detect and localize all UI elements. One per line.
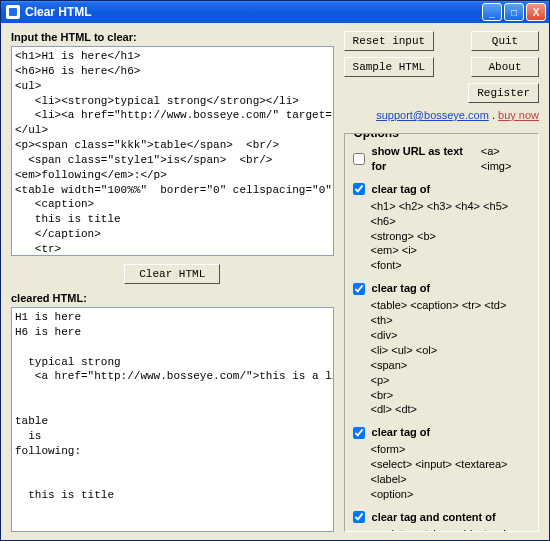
window-title: Clear HTML: [25, 5, 482, 19]
buy-now-link[interactable]: buy now: [498, 109, 539, 121]
minimize-button[interactable]: _: [482, 3, 502, 21]
app-icon: [6, 5, 20, 19]
checkbox-clear-form[interactable]: [353, 427, 365, 439]
clear-button-row: Clear HTML: [11, 256, 334, 292]
button-row-1: Reset input Quit: [344, 31, 539, 51]
opt-clear-script: clear tag and content of <script> <style…: [353, 510, 530, 532]
support-row: support@bosseye.com . buy now: [344, 109, 539, 121]
about-button[interactable]: About: [471, 57, 539, 77]
input-html-textarea[interactable]: [11, 46, 334, 256]
checkbox-clear-table[interactable]: [353, 283, 365, 295]
support-link[interactable]: support@bosseye.com: [376, 109, 489, 121]
sample-html-button[interactable]: Sample HTML: [344, 57, 435, 77]
app-window: Clear HTML _ □ X Input the HTML to clear…: [0, 0, 550, 541]
opt-clear-headings: clear tag of <h1> <h2> <h3> <h4> <h5> <h…: [353, 182, 530, 273]
opt-clear-table: clear tag of <table> <caption> <tr> <td>…: [353, 281, 530, 417]
input-label: Input the HTML to clear:: [11, 31, 334, 43]
register-button[interactable]: Register: [468, 83, 539, 103]
client-area: Input the HTML to clear: Clear HTML clea…: [1, 23, 549, 540]
output-label: cleared HTML:: [11, 292, 334, 304]
checkbox-clear-headings[interactable]: [353, 183, 365, 195]
close-button[interactable]: X: [526, 3, 546, 21]
opt-show-url: show URL as text for <a> <img>: [353, 144, 530, 174]
left-panel: Input the HTML to clear: Clear HTML clea…: [11, 31, 334, 532]
checkbox-clear-script[interactable]: [353, 511, 365, 523]
window-buttons: _ □ X: [482, 3, 546, 21]
titlebar: Clear HTML _ □ X: [1, 1, 549, 23]
checkbox-show-url[interactable]: [353, 153, 365, 165]
clear-html-button[interactable]: Clear HTML: [124, 264, 220, 284]
opt-clear-form: clear tag of <form> <select> <input> <te…: [353, 425, 530, 502]
reset-input-button[interactable]: Reset input: [344, 31, 435, 51]
right-panel: Reset input Quit Sample HTML About Regis…: [344, 31, 539, 532]
output-html-textarea[interactable]: [11, 307, 334, 532]
maximize-button[interactable]: □: [504, 3, 524, 21]
quit-button[interactable]: Quit: [471, 31, 539, 51]
options-label: Options: [351, 133, 402, 140]
button-row-2: Sample HTML About: [344, 57, 539, 77]
button-row-3: Register: [344, 83, 539, 103]
options-group: Options show URL as text for <a> <img> c…: [344, 133, 539, 532]
